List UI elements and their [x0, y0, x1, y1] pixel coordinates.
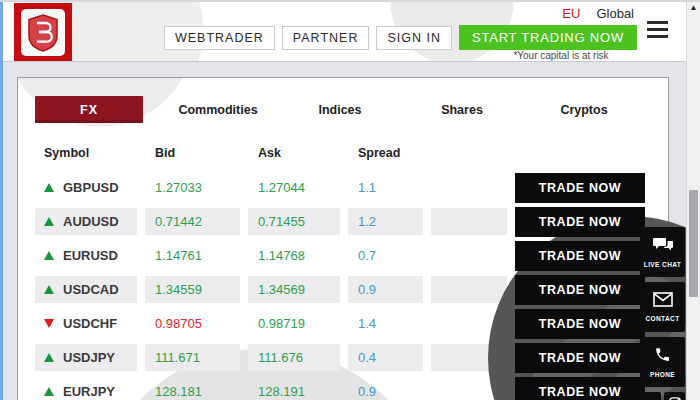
sign-in-button[interactable]: SIGN IN	[376, 26, 452, 50]
trade-now-button[interactable]: TRADE NOW	[515, 241, 645, 271]
symbol-cell: EURUSD	[35, 242, 137, 269]
spread-value: 0.4	[348, 344, 423, 371]
trade-now-button[interactable]: TRADE NOW	[515, 377, 645, 400]
symbol-name: EURJPY	[63, 384, 115, 399]
symbol-cell: USDJPY	[35, 344, 137, 371]
partner-button[interactable]: PARTNER	[282, 26, 370, 50]
symbol-cell: EURJPY	[35, 378, 137, 400]
bid-value: 1.27033	[145, 174, 240, 201]
scrollbar[interactable]: ▲	[686, 0, 700, 400]
spread-value: 0.9	[348, 276, 423, 303]
empty-cell	[431, 378, 507, 400]
trade-now-button[interactable]: TRADE NOW	[515, 275, 645, 305]
instagram-icon[interactable]	[664, 392, 685, 400]
empty-cell	[431, 344, 507, 371]
table-row: GBPUSD1.270331.270441.1TRADE NOW	[35, 174, 646, 201]
bid-value: 1.34559	[145, 276, 240, 303]
social-links: f	[640, 392, 685, 400]
lang-global-link[interactable]: Global	[596, 6, 634, 21]
arrow-up-icon	[44, 285, 54, 294]
quotes-table: GBPUSD1.270331.270441.1TRADE NOWAUDUSD0.…	[35, 174, 646, 400]
table-row: USDCAD1.345591.345690.9TRADE NOW	[35, 276, 646, 303]
widget-label: PHONE	[650, 371, 675, 378]
spread-value: 0.7	[348, 242, 423, 269]
table-row: EURJPY128.181128.1910.9TRADE NOW	[35, 378, 646, 400]
empty-cell	[431, 310, 507, 337]
symbol-cell: USDCHF	[35, 310, 137, 337]
symbol-name: USDCAD	[63, 282, 119, 297]
table-row: USDJPY111.671111.6760.4TRADE NOW	[35, 344, 646, 371]
trade-now-button[interactable]: TRADE NOW	[515, 309, 645, 339]
window-top-border	[0, 0, 700, 2]
trade-now-button[interactable]: TRADE NOW	[515, 207, 645, 237]
symbol-name: EURUSD	[63, 248, 118, 263]
phone-icon	[654, 346, 671, 367]
bid-value: 0.98705	[145, 310, 240, 337]
trade-now-button[interactable]: TRADE NOW	[515, 343, 645, 373]
spread-value: 0.9	[348, 378, 423, 400]
brand-logo[interactable]	[14, 3, 72, 61]
live-chat-widget[interactable]: LIVE CHAT	[640, 227, 685, 277]
arrow-up-icon	[44, 251, 54, 260]
table-header: Symbol Bid Ask Spread	[35, 146, 646, 161]
header-nav: WEBTRADER PARTNER SIGN IN START TRADING …	[164, 25, 637, 50]
arrow-up-icon	[44, 387, 54, 396]
language-switch: EU Global	[562, 6, 634, 21]
spread-value: 1.4	[348, 310, 423, 337]
ask-value: 128.191	[248, 378, 340, 400]
bid-value: 128.181	[145, 378, 240, 400]
spread-value: 1.2	[348, 208, 423, 235]
tab-shares[interactable]: Shares	[441, 103, 483, 117]
window-left-border	[0, 0, 3, 400]
empty-cell	[431, 174, 507, 201]
envelope-icon	[653, 292, 673, 311]
webtrader-button[interactable]: WEBTRADER	[164, 26, 275, 50]
shield-logo-icon	[21, 9, 65, 56]
ask-value: 1.34569	[248, 276, 340, 303]
tab-fx[interactable]: FX	[35, 96, 143, 123]
phone-widget[interactable]: PHONE	[640, 337, 685, 387]
scroll-up-arrow-icon[interactable]: ▲	[687, 3, 700, 12]
table-row: AUDUSD0.714420.714551.2TRADE NOW	[35, 208, 646, 235]
arrow-up-icon	[44, 183, 54, 192]
col-ask: Ask	[248, 146, 340, 161]
col-symbol: Symbol	[35, 146, 137, 161]
symbol-name: USDJPY	[63, 350, 115, 365]
quotes-card: FXCommoditiesIndicesSharesCryptos Symbol…	[17, 77, 669, 400]
widget-label: LIVE CHAT	[644, 261, 681, 268]
arrow-down-icon	[44, 319, 54, 328]
col-bid: Bid	[145, 146, 240, 161]
tab-commodities[interactable]: Commodities	[178, 103, 257, 117]
bid-value: 0.71442	[145, 208, 240, 235]
symbol-name: USDCHF	[63, 316, 117, 331]
ask-value: 0.98719	[248, 310, 340, 337]
chat-icon	[653, 237, 673, 257]
arrow-up-icon	[44, 353, 54, 362]
arrow-up-icon	[44, 217, 54, 226]
contact-widget[interactable]: CONTACT	[640, 282, 685, 332]
scrollbar-thumb[interactable]	[689, 190, 698, 297]
asset-tabs: FXCommoditiesIndicesSharesCryptos	[35, 96, 645, 123]
bid-value: 1.14761	[145, 242, 240, 269]
spread-value: 1.1	[348, 174, 423, 201]
ask-value: 111.676	[248, 344, 340, 371]
tab-cryptos[interactable]: Cryptos	[560, 103, 607, 117]
hamburger-menu-icon[interactable]	[647, 21, 668, 42]
start-trading-button[interactable]: START TRADING NOW	[459, 25, 637, 50]
symbol-name: GBPUSD	[63, 180, 119, 195]
lang-eu-link[interactable]: EU	[562, 6, 580, 21]
facebook-icon[interactable]: f	[640, 392, 661, 400]
risk-disclaimer: *Your capital is at risk	[485, 50, 637, 61]
ask-value: 1.27044	[248, 174, 340, 201]
widget-label: CONTACT	[645, 315, 679, 322]
empty-cell	[431, 276, 507, 303]
symbol-cell: GBPUSD	[35, 174, 137, 201]
trade-now-button[interactable]: TRADE NOW	[515, 173, 645, 203]
symbol-cell: AUDUSD	[35, 208, 137, 235]
tab-indices[interactable]: Indices	[318, 103, 361, 117]
bid-value: 111.671	[145, 344, 240, 371]
table-row: EURUSD1.147611.147680.7TRADE NOW	[35, 242, 646, 269]
empty-cell	[431, 208, 507, 235]
site-header: EU Global WEBTRADER PARTNER SIGN IN STAR…	[0, 0, 686, 62]
ask-value: 1.14768	[248, 242, 340, 269]
